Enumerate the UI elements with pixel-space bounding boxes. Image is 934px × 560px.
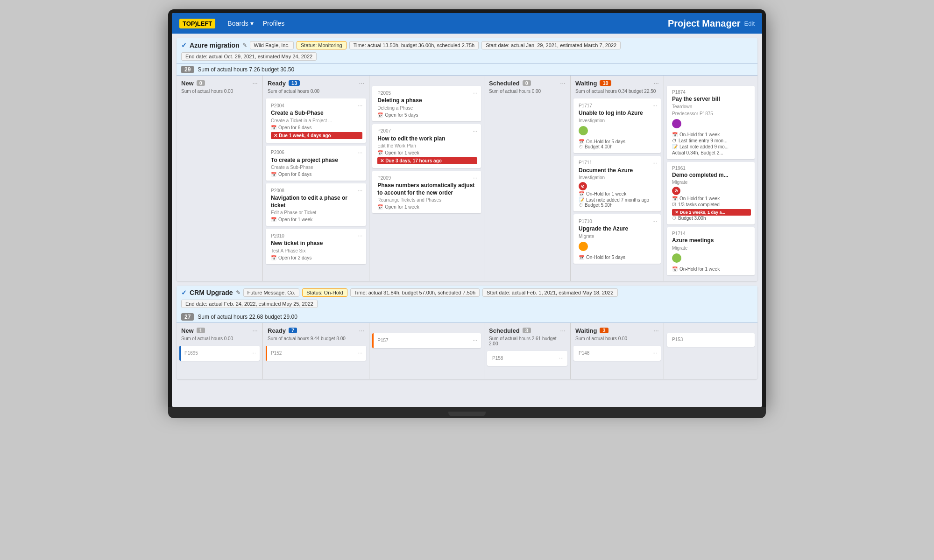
- card-p2007-menu[interactable]: ···: [473, 128, 477, 134]
- col-waiting-header: Waiting 10 ···: [571, 76, 664, 89]
- card-p148-id: P148 ···: [579, 350, 657, 356]
- project2-edit-icon[interactable]: ✎: [236, 289, 241, 296]
- card-p1874-id: P1874: [672, 90, 751, 95]
- col2-new-cards: P1695 ···: [177, 344, 262, 379]
- card-p1717-id: P1717 ···: [579, 102, 657, 109]
- card-p1874-note: 📝 Last note added 9 mo...: [672, 144, 751, 149]
- col-new-sum: Sum of actual hours 0.00: [177, 89, 262, 97]
- card-p2005-menu[interactable]: ···: [473, 90, 477, 96]
- project1-edit-icon[interactable]: ✎: [242, 42, 247, 49]
- card-p157-id: P157 ···: [377, 337, 477, 343]
- card-p1695-menu[interactable]: ···: [251, 350, 256, 356]
- card-p1711-menu[interactable]: ···: [652, 160, 657, 166]
- card-p1874[interactable]: P1874 Pay the server bill Teardown Prede…: [667, 86, 755, 159]
- card-p2004[interactable]: P2004 ··· Create a Sub-Phase Create a Ti…: [266, 98, 366, 143]
- card-p1710-menu[interactable]: ···: [652, 218, 657, 224]
- col-ready-title: Ready: [268, 80, 286, 87]
- card-p2010[interactable]: P2010 ··· New ticket in phase Test A Pha…: [266, 229, 366, 264]
- card-p1874-pred: Predecessor P1875: [672, 111, 751, 116]
- col-waiting-menu[interactable]: ···: [653, 79, 659, 87]
- col-ready-cards: P2004 ··· Create a Sub-Phase Create a Ti…: [263, 97, 369, 281]
- card-p2005-meta: 📅 Open for 5 days: [377, 112, 477, 118]
- col-waiting-right-cards: P1874 Pay the server bill Teardown Prede…: [664, 84, 757, 281]
- col2-new-sum: Sum of actual hours 0.00: [177, 336, 262, 344]
- card-p2010-menu[interactable]: ···: [358, 232, 362, 239]
- card-p1717-menu[interactable]: ···: [652, 102, 657, 109]
- card-p1717-hold: 📅 On-Hold for 5 days: [579, 139, 657, 144]
- project-board-2: ✓ CRM Upgrade ✎ Future Message, Co. Stat…: [177, 286, 757, 379]
- col2-new-menu[interactable]: ···: [252, 327, 258, 334]
- card-p1874-avatar: [672, 119, 681, 128]
- card-p1874-time: ⏱ Last time entry 9 mon...: [672, 138, 751, 143]
- card-p1961-due: ✕ Due 2 weeks, 1 day a...: [672, 209, 751, 216]
- profiles-nav[interactable]: Profiles: [258, 18, 290, 29]
- project1-kanban: New 0 ··· Sum of actual hours 0.00 Read: [177, 76, 757, 281]
- col2-scheduled-title: Scheduled: [489, 327, 520, 334]
- col2-ready-menu[interactable]: ···: [359, 327, 365, 334]
- col-scheduled: Scheduled 0 ··· Sum of actual hours 0.00: [484, 76, 571, 281]
- page-title: Project Manager: [668, 18, 741, 29]
- col-scheduled-menu[interactable]: ···: [560, 79, 566, 87]
- card-p2006-id: P2006 ···: [271, 149, 362, 156]
- card-p158[interactable]: P158 ···: [487, 351, 567, 366]
- card-p2007[interactable]: P2007 ··· How to edit the work plan Edit…: [372, 124, 481, 168]
- card-p2006-menu[interactable]: ···: [358, 149, 362, 156]
- card-p2004-id: P2004 ···: [271, 102, 362, 109]
- card-p2007-title: How to edit the work plan: [377, 135, 477, 143]
- card-p152-menu[interactable]: ···: [358, 350, 362, 356]
- card-p148[interactable]: P148 ···: [573, 346, 661, 361]
- card-p2004-subtitle: Create a Ticket in a Project ...: [271, 118, 362, 123]
- card-p2008-subtitle: Edit a Phase or Ticket: [271, 210, 362, 215]
- card-p2006[interactable]: P2006 ··· To create a project phase Crea…: [266, 146, 366, 181]
- card-p148-menu[interactable]: ···: [652, 350, 657, 356]
- calendar-icon-3: 📅: [271, 217, 276, 222]
- card-p1961-stop: ⊘: [672, 187, 680, 195]
- boards-chevron: ▾: [250, 20, 254, 27]
- col-scheduled-sum: Sum of actual hours 0.00: [484, 89, 570, 97]
- card-p158-menu[interactable]: ···: [559, 355, 564, 361]
- card-p1717-budget: ⏱ Budget 4.00h: [579, 144, 657, 149]
- col-ready-menu[interactable]: ···: [359, 79, 365, 87]
- card-p1711-budget: ⏱ Budget 5.00h: [579, 203, 657, 208]
- card-p152[interactable]: P152 ···: [266, 346, 366, 361]
- col2-scheduled-header: Scheduled 3 ···: [484, 323, 570, 336]
- card-p153[interactable]: P153: [667, 333, 755, 347]
- project2-sub-header: 27 Sum of actual hours 22.68 budget 29.0…: [177, 311, 757, 323]
- col-waiting-right: P1874 Pay the server bill Teardown Prede…: [664, 76, 757, 281]
- col2-scheduled-menu[interactable]: ···: [560, 327, 566, 334]
- card-p1961-title: Demo completed m...: [672, 172, 751, 179]
- col2-waiting-menu[interactable]: ···: [653, 327, 659, 334]
- card-p157[interactable]: P157 ···: [372, 333, 481, 348]
- project1-count: 29: [181, 66, 194, 73]
- card-p2009[interactable]: P2009 ··· Phase numbers automatically ad…: [372, 171, 481, 213]
- card-p1717[interactable]: P1717 ··· Unable to log into Azure Inves…: [573, 98, 661, 153]
- card-p1695[interactable]: P1695 ···: [179, 346, 260, 361]
- col2-new: New 1 ··· Sum of actual hours 0.00 P1695…: [177, 323, 263, 379]
- card-p2008-menu[interactable]: ···: [358, 187, 362, 194]
- card-p1710[interactable]: P1710 ··· Upgrade the Azure Migrate 📅 On…: [573, 214, 661, 264]
- card-p1874-hold: 📅 On-Hold for 1 week: [672, 132, 751, 137]
- col-new-cards: [177, 97, 262, 281]
- card-p1714[interactable]: P1714 Azure meetings Migrate 📅 On-Hold f…: [667, 227, 755, 275]
- logo[interactable]: TOP)LEFT: [179, 19, 215, 28]
- card-p1961[interactable]: P1961 Demo completed m... Migrate ⊘ 📅 On…: [667, 162, 755, 225]
- card-p2008[interactable]: P2008 ··· Navigation to edit a phase or …: [266, 183, 366, 226]
- col2-waiting-count: 3: [600, 328, 608, 333]
- card-p1717-type: Investigation: [579, 118, 657, 123]
- col-new-menu[interactable]: ···: [252, 79, 258, 87]
- col2-ready-header: Ready 7 ···: [263, 323, 369, 336]
- project2-title[interactable]: CRM Upgrade: [190, 289, 233, 296]
- col2-new-title: New: [181, 327, 194, 334]
- col-new: New 0 ··· Sum of actual hours 0.00: [177, 76, 263, 281]
- edit-link[interactable]: Edit: [744, 20, 755, 27]
- col2-waiting-title: Waiting: [575, 327, 597, 334]
- card-p157-menu[interactable]: ···: [473, 337, 477, 343]
- boards-nav[interactable]: Boards ▾: [223, 18, 258, 29]
- card-p2005[interactable]: P2005 ··· Deleting a phase Deleting a Ph…: [372, 86, 481, 121]
- project1-title[interactable]: Azure migration: [190, 42, 240, 49]
- card-p2009-menu[interactable]: ···: [473, 175, 477, 181]
- card-p2004-menu[interactable]: ···: [358, 102, 362, 109]
- card-p152-id: P152 ···: [271, 350, 362, 356]
- card-p2005-title: Deleting a phase: [377, 97, 477, 105]
- card-p1711[interactable]: P1711 ··· Document the Azure Investigati…: [573, 156, 661, 212]
